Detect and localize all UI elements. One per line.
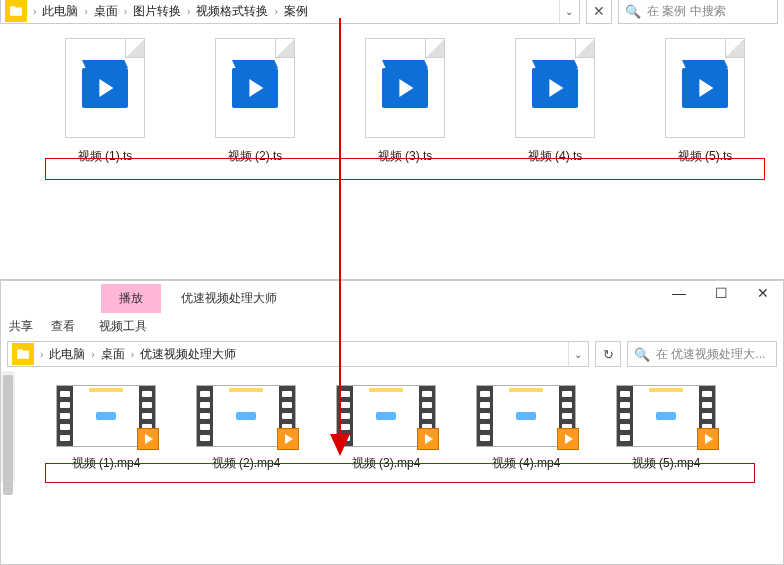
scrollbar[interactable] (1, 371, 15, 482)
search-input[interactable]: 🔍 在 优速视频处理大... (627, 341, 777, 367)
file-item[interactable]: 视频 (2).mp4 (191, 385, 301, 472)
close-button[interactable]: ✕ (753, 285, 773, 301)
breadcrumb-item[interactable]: 此电脑 (40, 3, 80, 20)
search-icon: 🔍 (634, 347, 650, 362)
video-thumbnail-icon (476, 385, 576, 447)
file-label: 视频 (1).ts (78, 148, 133, 165)
breadcrumb-dropdown[interactable]: ⌄ (559, 0, 577, 23)
video-file-icon (65, 38, 145, 138)
tab-view[interactable]: 查看 (51, 318, 75, 335)
file-label: 视频 (2).mp4 (212, 455, 281, 472)
video-thumbnail-icon (196, 385, 296, 447)
file-item[interactable]: 视频 (4).ts (500, 38, 610, 165)
breadcrumb-dropdown[interactable]: ⌄ (568, 342, 586, 366)
folder-icon (5, 0, 27, 22)
play-overlay-icon (277, 428, 299, 450)
toolbar: 共享 查看 视频工具 (1, 315, 783, 337)
video-file-icon (215, 38, 295, 138)
breadcrumb-item[interactable]: 桌面 (99, 346, 127, 363)
file-item[interactable]: 视频 (4).mp4 (471, 385, 581, 472)
tab-play[interactable]: 播放 (101, 284, 161, 313)
breadcrumb-item[interactable]: 视频格式转换 (194, 3, 270, 20)
chevron-right-icon: › (120, 6, 131, 17)
window-controls: — ☐ ✕ (669, 285, 773, 301)
file-item[interactable]: 视频 (1).ts (50, 38, 160, 165)
scrollbar-thumb[interactable] (3, 375, 13, 495)
file-label: 视频 (3).mp4 (352, 455, 421, 472)
file-label: 视频 (5).ts (678, 148, 733, 165)
search-placeholder: 在 案例 中搜索 (647, 3, 726, 20)
breadcrumb-item[interactable]: 桌面 (92, 3, 120, 20)
video-file-icon (515, 38, 595, 138)
chevron-right-icon: › (29, 6, 40, 17)
file-label: 视频 (4).ts (528, 148, 583, 165)
maximize-button[interactable]: ☐ (711, 285, 731, 301)
play-overlay-icon (137, 428, 159, 450)
file-item[interactable]: 视频 (3).ts (350, 38, 460, 165)
file-label: 视频 (1).mp4 (72, 455, 141, 472)
refresh-button[interactable]: ↻ (595, 341, 621, 367)
file-item[interactable]: 视频 (1).mp4 (51, 385, 161, 472)
search-icon: 🔍 (625, 4, 641, 19)
video-file-icon (365, 38, 445, 138)
file-item[interactable]: 视频 (2).ts (200, 38, 310, 165)
app-title: 优速视频处理大师 (167, 286, 291, 311)
video-thumbnail-icon (56, 385, 156, 447)
play-overlay-icon (697, 428, 719, 450)
file-pane-top[interactable]: 视频 (1).ts 视频 (2).ts 视频 (3).ts 视频 (4).ts … (0, 28, 784, 175)
tab-share[interactable]: 共享 (9, 318, 33, 335)
video-file-icon (665, 38, 745, 138)
address-bar: › 此电脑 › 桌面 › 图片转换 › 视频格式转换 › 案例 ⌄ ✕ 🔍 在 … (0, 0, 778, 26)
search-placeholder: 在 优速视频处理大... (656, 346, 765, 363)
breadcrumb-item[interactable]: 此电脑 (47, 346, 87, 363)
search-input[interactable]: 🔍 在 案例 中搜索 (618, 0, 778, 24)
file-label: 视频 (5).mp4 (632, 455, 701, 472)
chevron-right-icon: › (87, 349, 98, 360)
file-pane-bottom[interactable]: 视频 (1).mp4 视频 (2).mp4 视频 (3).mp4 (1, 371, 783, 482)
play-overlay-icon (417, 428, 439, 450)
file-label: 视频 (3).ts (378, 148, 433, 165)
file-item[interactable]: 视频 (5).mp4 (611, 385, 721, 472)
breadcrumb[interactable]: › 此电脑 › 桌面 › 图片转换 › 视频格式转换 › 案例 ⌄ (0, 0, 580, 24)
breadcrumb-item[interactable]: 图片转换 (131, 3, 183, 20)
address-bar: › 此电脑 › 桌面 › 优速视频处理大师 ⌄ ↻ 🔍 在 优速视频处理大... (7, 339, 777, 369)
file-item[interactable]: 视频 (3).mp4 (331, 385, 441, 472)
chevron-right-icon: › (183, 6, 194, 17)
chevron-right-icon: › (270, 6, 281, 17)
breadcrumb[interactable]: › 此电脑 › 桌面 › 优速视频处理大师 ⌄ (7, 341, 589, 367)
explorer-window-top: 共享 查看 视频工具 › 此电脑 › 桌面 › 图片转换 › 视频格式转换 › … (0, 0, 784, 280)
chevron-right-icon: › (80, 6, 91, 17)
file-label: 视频 (2).ts (228, 148, 283, 165)
play-overlay-icon (557, 428, 579, 450)
close-nav-button[interactable]: ✕ (586, 0, 612, 24)
video-thumbnail-icon (616, 385, 716, 447)
breadcrumb-item[interactable]: 优速视频处理大师 (138, 346, 238, 363)
chevron-right-icon: › (127, 349, 138, 360)
video-thumbnail-icon (336, 385, 436, 447)
ribbon-tabs: 播放 优速视频处理大师 (1, 281, 783, 315)
file-label: 视频 (4).mp4 (492, 455, 561, 472)
chevron-right-icon: › (36, 349, 47, 360)
folder-icon (12, 343, 34, 365)
breadcrumb-item[interactable]: 案例 (282, 3, 310, 20)
tab-video-tools[interactable]: 视频工具 (99, 318, 147, 335)
explorer-window-bottom: — ☐ ✕ 播放 优速视频处理大师 共享 查看 视频工具 › 此电脑 › 桌面 … (0, 280, 784, 565)
minimize-button[interactable]: — (669, 285, 689, 301)
file-item[interactable]: 视频 (5).ts (650, 38, 760, 165)
